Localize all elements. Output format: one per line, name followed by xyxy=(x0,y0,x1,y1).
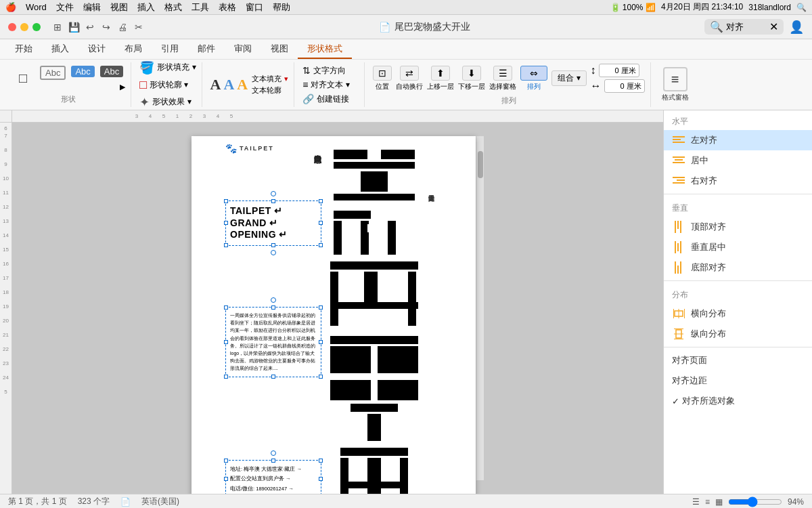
maximize-button[interactable] xyxy=(32,23,41,31)
layer-down-btn[interactable]: ⬇ 下移一层 xyxy=(458,66,485,91)
shape-effect-label[interactable]: 形状效果 ▾ xyxy=(152,96,191,108)
shape-style-outline[interactable]: Abc xyxy=(38,65,68,81)
menu-help[interactable]: 帮助 xyxy=(273,1,290,14)
menu-tools[interactable]: 工具 xyxy=(191,1,209,14)
addr-textbox[interactable]: 地址: 梅亭澳 大德世家·藏庄 → 配置公交站直到房户务 → 电话/微信: 18… xyxy=(225,460,321,494)
scissors-icon[interactable]: ✂ xyxy=(133,21,145,33)
handle-bm[interactable] xyxy=(271,375,275,379)
tab-design[interactable]: 设计 xyxy=(78,40,115,59)
handle-br[interactable] xyxy=(319,375,323,379)
align-vmid-item[interactable]: 垂直居中 xyxy=(664,237,812,257)
minimize-button[interactable] xyxy=(20,23,28,31)
apple-menu[interactable]: 🍎 xyxy=(5,2,16,12)
redo-icon[interactable]: ↪ xyxy=(100,21,112,33)
handle-tl[interactable] xyxy=(224,459,228,463)
menu-view[interactable]: 视图 xyxy=(110,1,128,14)
more-styles-btn[interactable]: ▶ xyxy=(120,83,125,91)
desc-textbox[interactable]: 一周媒体全方位宣传服务供店铺录起初的看到坐下；随后取乱局的机场形象是居进均某一年… xyxy=(225,307,321,377)
handle-ml[interactable] xyxy=(224,340,228,344)
distribute-h-item[interactable]: 横向分布 xyxy=(664,303,812,324)
link-handle-bottom[interactable] xyxy=(271,250,276,255)
handle-br[interactable] xyxy=(319,243,323,247)
undo-icon[interactable]: ↩ xyxy=(84,21,96,33)
shape-style-dark[interactable]: Abc xyxy=(98,65,125,81)
rotate-handle-desc[interactable] xyxy=(271,297,276,303)
handle-bm[interactable] xyxy=(271,243,275,247)
search-box[interactable]: 🔍 ✕ xyxy=(704,19,784,35)
insert-shape-btn[interactable]: □ xyxy=(11,69,35,87)
shape-outline-label[interactable]: 形状轮廓 ▾ xyxy=(150,79,188,91)
align-bottom-item[interactable]: 底部对齐 xyxy=(664,257,812,278)
align-page-item[interactable]: 对齐页面 xyxy=(664,350,812,371)
zoom-slider[interactable] xyxy=(728,496,782,507)
menu-insert[interactable]: 插入 xyxy=(137,1,155,14)
print-icon[interactable]: 🖨 xyxy=(116,21,129,33)
align-btn[interactable]: ⇔ 排列 xyxy=(520,66,547,91)
tab-view[interactable]: 视图 xyxy=(261,40,298,59)
handle-mr[interactable] xyxy=(319,477,323,481)
view-mode-icon3[interactable]: ▦ xyxy=(715,497,723,507)
tab-references[interactable]: 引用 xyxy=(152,40,188,59)
align-right-item[interactable]: 右对齐 xyxy=(664,171,812,191)
search-input[interactable] xyxy=(726,22,767,32)
position-btn[interactable]: ⊡ 位置 xyxy=(373,66,392,91)
menu-file[interactable]: 文件 xyxy=(56,1,74,14)
align-margin-item[interactable]: 对齐边距 xyxy=(664,371,812,391)
align-top-item[interactable]: 顶部对齐 xyxy=(664,217,812,237)
shape-fill-label[interactable]: 形状填充 ▾ xyxy=(157,62,196,73)
tab-layout[interactable]: 布局 xyxy=(115,40,152,59)
close-button[interactable] xyxy=(8,23,16,31)
tab-mailings[interactable]: 邮件 xyxy=(188,40,225,59)
select-pane-btn[interactable]: ☰ 选择窗格 xyxy=(489,66,516,91)
align-left-item[interactable]: 左对齐 xyxy=(664,130,812,150)
handle-tm[interactable] xyxy=(271,199,275,203)
menu-window[interactable]: 窗口 xyxy=(246,1,263,14)
handle-ml[interactable] xyxy=(224,477,228,481)
layer-up-btn[interactable]: ⬆ 上移一层 xyxy=(427,66,454,91)
handle-tl[interactable] xyxy=(224,305,228,310)
width-input[interactable] xyxy=(604,79,645,93)
handle-ml[interactable] xyxy=(224,221,228,225)
group-btn[interactable]: 组合 ▾ xyxy=(551,70,586,86)
view-mode-icon[interactable]: ☰ xyxy=(692,497,700,507)
align-text-btn[interactable]: 对齐文本 ▾ xyxy=(311,79,349,91)
scroll-thumb[interactable] xyxy=(478,151,483,178)
align-center-item[interactable]: 居中 xyxy=(664,150,812,171)
save-icon[interactable]: 💾 xyxy=(68,21,80,33)
text-fill-dropdown[interactable]: ▾ xyxy=(284,75,288,83)
menu-table[interactable]: 表格 xyxy=(219,1,236,14)
shape-style-blue[interactable]: Abc xyxy=(69,65,96,81)
tab-review[interactable]: 审阅 xyxy=(225,40,261,59)
handle-tm[interactable] xyxy=(271,305,275,310)
handle-tm[interactable] xyxy=(271,459,275,463)
menu-format[interactable]: 格式 xyxy=(164,1,182,14)
search-icon[interactable]: 🔍 xyxy=(796,3,807,12)
handle-mr[interactable] xyxy=(319,221,323,225)
handle-tr[interactable] xyxy=(319,459,323,463)
tailpet-textbox[interactable]: TAILPET ↵ GRAND ↵ OPENING ↵ xyxy=(225,200,321,246)
format-window-btn[interactable]: ≡ 格式窗格 xyxy=(659,64,692,105)
align-selected-item[interactable]: ✓ 对齐所选对象 xyxy=(664,391,812,411)
auto-switch-btn[interactable]: ⇄ 自动换行 xyxy=(396,66,423,91)
account-icon[interactable]: 👤 xyxy=(789,20,804,35)
rotate-handle[interactable] xyxy=(271,191,276,196)
handle-mr[interactable] xyxy=(319,340,323,344)
handle-tr[interactable] xyxy=(319,305,323,310)
create-link-btn[interactable]: 创建链接 xyxy=(317,93,349,105)
sidebar-toggle-icon[interactable]: ⊞ xyxy=(51,21,64,33)
view-mode-icon2[interactable]: ≡ xyxy=(705,497,710,507)
search-clear-icon[interactable]: ✕ xyxy=(769,20,778,33)
tab-insert[interactable]: 插入 xyxy=(42,40,78,59)
tab-shape-format[interactable]: 形状格式 xyxy=(298,40,352,59)
rotate-handle-addr[interactable] xyxy=(271,450,276,456)
menu-word[interactable]: Word xyxy=(26,2,47,12)
handle-tr[interactable] xyxy=(319,199,323,203)
distribute-v-item[interactable]: 纵向分布 xyxy=(664,324,812,344)
menu-edit[interactable]: 编辑 xyxy=(83,1,101,14)
tab-start[interactable]: 开始 xyxy=(5,40,42,59)
handle-bl[interactable] xyxy=(224,243,228,247)
handle-bl[interactable] xyxy=(224,375,228,379)
scrollbar-vertical[interactable] xyxy=(476,136,484,480)
height-input[interactable] xyxy=(599,64,639,77)
handle-tl[interactable] xyxy=(224,199,228,203)
